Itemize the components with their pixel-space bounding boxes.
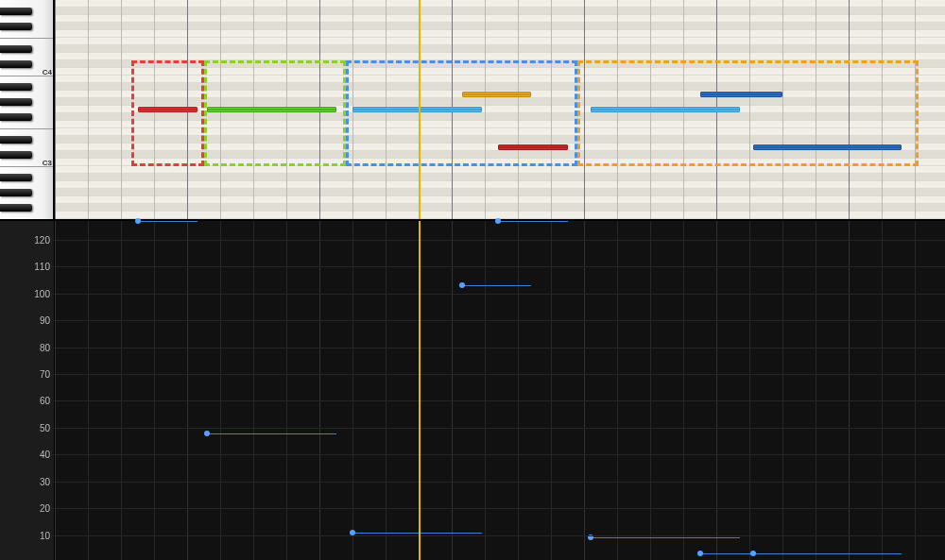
gridline: [121, 0, 122, 219]
velocity-tick-label: 110: [34, 262, 50, 272]
note-row[interactable]: [55, 15, 945, 23]
velocity-tick-label: 120: [34, 234, 50, 245]
piano-key-black[interactable]: [0, 136, 32, 144]
selection-rect[interactable]: [346, 60, 577, 166]
note-row[interactable]: [55, 38, 945, 45]
velocity-tick-label: 20: [40, 503, 50, 514]
velocity-tick-label: 60: [40, 396, 50, 406]
velocity-event[interactable]: [352, 533, 482, 534]
piano-key-black[interactable]: [0, 174, 32, 181]
velocity-tick-label: 70: [40, 369, 50, 380]
piano-key-black[interactable]: [0, 8, 32, 15]
gridline: [55, 0, 56, 219]
note-row[interactable]: [55, 53, 945, 60]
velocity-tick-label: 100: [34, 288, 50, 298]
piano-key-black[interactable]: [0, 113, 32, 121]
velocity-handle[interactable]: [204, 431, 210, 436]
midi-note[interactable]: [138, 107, 198, 112]
piano-keyboard[interactable]: C4C3: [0, 0, 54, 219]
velocity-events: [55, 221, 945, 560]
note-row[interactable]: [55, 0, 945, 8]
piano-key-black[interactable]: [0, 83, 32, 91]
midi-note[interactable]: [700, 92, 783, 97]
midi-note[interactable]: [591, 107, 740, 112]
velocity-handle[interactable]: [697, 551, 703, 556]
velocity-handle[interactable]: [750, 551, 756, 556]
piano-key-black[interactable]: [0, 189, 32, 196]
piano-key-black[interactable]: [0, 204, 32, 212]
note-row[interactable]: [55, 45, 945, 53]
keyboard-border: [53, 0, 55, 219]
note-row[interactable]: [55, 30, 945, 38]
note-row[interactable]: [55, 23, 945, 30]
velocity-handle[interactable]: [135, 218, 141, 224]
velocity-tick-label: 40: [40, 450, 50, 460]
midi-note[interactable]: [352, 107, 482, 112]
note-row[interactable]: [55, 189, 945, 196]
piano-key-black[interactable]: [0, 45, 32, 53]
note-row[interactable]: [55, 204, 945, 212]
velocity-event[interactable]: [591, 537, 740, 538]
velocity-event[interactable]: [462, 285, 532, 286]
velocity-handle[interactable]: [495, 218, 501, 224]
note-row[interactable]: [55, 8, 945, 15]
piano-key-black[interactable]: [0, 98, 32, 106]
selection-rect[interactable]: [577, 60, 919, 166]
note-row[interactable]: [55, 181, 945, 189]
midi-note[interactable]: [462, 92, 532, 97]
velocity-tick-label: 90: [40, 315, 50, 326]
velocity-event[interactable]: [138, 221, 198, 222]
selection-rect[interactable]: [204, 60, 347, 166]
note-row[interactable]: [55, 166, 945, 174]
velocity-event[interactable]: [207, 433, 336, 434]
piano-key-black[interactable]: [0, 151, 32, 159]
playhead[interactable]: [419, 221, 421, 560]
velocity-ruler: 120110100908070605040302010: [0, 221, 55, 560]
velocity-tick-label: 80: [40, 342, 50, 352]
velocity-event[interactable]: [498, 221, 568, 222]
gridline: [88, 0, 89, 219]
midi-note[interactable]: [498, 144, 568, 150]
selection-rect[interactable]: [131, 60, 204, 166]
midi-note[interactable]: [753, 144, 902, 150]
midi-note[interactable]: [207, 107, 336, 112]
midi-editor: C4C3 120110100908070605040302010: [0, 0, 945, 560]
piano-key-black[interactable]: [0, 23, 32, 30]
velocity-tick-label: 30: [40, 476, 50, 486]
velocity-tick-label: 50: [40, 422, 50, 433]
note-row[interactable]: [55, 196, 945, 204]
velocity-tick-label: 10: [40, 530, 50, 540]
velocity-handle[interactable]: [459, 282, 465, 288]
note-row[interactable]: [55, 174, 945, 181]
piano-key-black[interactable]: [0, 60, 32, 68]
piano-roll[interactable]: C4C3: [0, 0, 945, 219]
velocity-lane[interactable]: 120110100908070605040302010: [0, 219, 945, 560]
velocity-event[interactable]: [753, 553, 902, 554]
